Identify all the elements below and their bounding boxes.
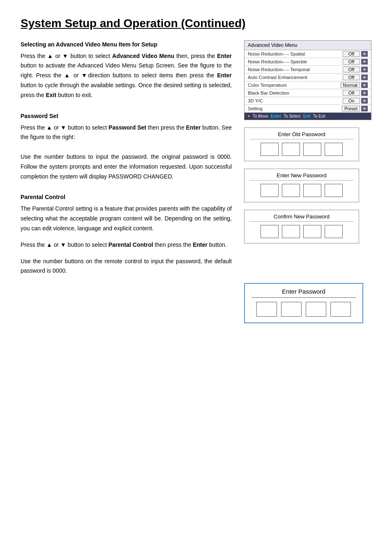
section-advanced-video: Selecting an Advanced Video Menu Item fo… <box>21 40 232 100</box>
video-menu-label: Noise Reduction– – Spatial <box>248 51 343 56</box>
video-menu-row: Setting Preset ➤ <box>244 105 371 113</box>
pw-field-3[interactable] <box>303 143 321 156</box>
video-menu-value: Off ➤ <box>343 51 368 57</box>
pw-field-3[interactable] <box>303 225 321 238</box>
video-menu-footer: ✦ To Move Enter To Select Exit To Exit <box>244 113 371 120</box>
advanced-video-body: Press the ▲ or ▼ button to select Advanc… <box>21 51 232 100</box>
enter-password-fields <box>251 302 356 317</box>
footer-exit-label: To Exit <box>313 114 325 118</box>
video-menu-value: Off ➤ <box>343 90 368 96</box>
video-menu-value: Normal ➤ <box>341 82 368 88</box>
confirm-new-password-box: Confirm New Password <box>244 210 359 243</box>
value-box: Off <box>343 90 360 96</box>
footer-enter-key: Enter <box>271 114 281 118</box>
enter-old-password-box: Enter Old Password <box>244 127 359 161</box>
video-menu-row: Black Bar Detection Off ➤ <box>244 89 371 97</box>
password-set-body: Press the ▲ or ▼ button to select Passwo… <box>21 123 232 182</box>
video-menu-label: Noise Reduction– – Temporal <box>248 67 343 72</box>
value-box: On <box>343 98 360 104</box>
arrow-icon: ➤ <box>361 90 368 96</box>
pw-field-2[interactable] <box>282 143 300 156</box>
video-menu-row: Color Temperature Normal ➤ <box>244 81 371 89</box>
arrow-icon: ➤ <box>361 51 368 57</box>
pw-field-3[interactable] <box>303 184 321 197</box>
video-menu-label: Black Bar Detection <box>248 90 343 95</box>
video-menu-value: On ➤ <box>343 98 368 104</box>
video-menu-title: Advanced Video Menu <box>244 41 371 50</box>
video-menu-label: 3D Y/C <box>248 98 343 103</box>
video-menu-value: Off ➤ <box>343 74 368 80</box>
pw-field-4[interactable] <box>325 143 343 156</box>
right-column: Advanced Video Menu Noise Reduction– – S… <box>244 40 371 323</box>
pw-field-1[interactable] <box>261 225 279 238</box>
enter-old-password-title: Enter Old Password <box>249 131 354 139</box>
video-menu-row: 3D Y/C On ➤ <box>244 97 371 105</box>
enter-password-title: Enter Password <box>251 288 356 298</box>
value-box: Off <box>343 59 360 65</box>
video-menu-label: Noise Reduction– – Speckle <box>248 59 343 64</box>
video-menu-value: Off ➤ <box>343 67 368 72</box>
parental-control-title: Parental Control <box>21 193 232 202</box>
left-column: Selecting an Advanced Video Menu Item fo… <box>21 40 232 288</box>
section-password-set: Password Set Press the ▲ or ▼ button to … <box>21 112 232 182</box>
pw-field-4[interactable] <box>325 184 343 197</box>
video-menu-row: Auto Contrast Enhancement Off ➤ <box>244 74 371 81</box>
ep-field-4[interactable] <box>330 302 351 317</box>
value-box: Normal <box>341 82 360 88</box>
video-menu-label: Color Temperature <box>248 83 341 88</box>
video-menu-row: Noise Reduction– – Spatial Off ➤ <box>244 50 371 58</box>
value-box: Off <box>343 67 360 72</box>
confirm-new-password-title: Confirm New Password <box>249 213 354 222</box>
section-parental-control: Parental Control The Parental Control se… <box>21 193 232 276</box>
video-menu-value: Off ➤ <box>343 59 368 65</box>
enter-new-password-title: Enter New Password <box>249 172 354 181</box>
footer-exit-key: Exit <box>303 114 311 118</box>
value-box: Off <box>343 51 360 57</box>
video-menu-row: Noise Reduction– – Speckle Off ➤ <box>244 58 371 66</box>
enter-old-password-fields <box>249 143 354 156</box>
ep-field-2[interactable] <box>281 302 302 317</box>
spacer <box>244 251 371 276</box>
pw-field-1[interactable] <box>261 184 279 197</box>
video-menu-label: Auto Contrast Enhancement <box>248 75 343 80</box>
arrow-icon: ➤ <box>361 59 368 65</box>
video-menu-value: Preset ➤ <box>342 106 368 111</box>
arrow-icon: ➤ <box>361 82 368 88</box>
footer-move-label: To Move <box>253 114 268 118</box>
enter-new-password-fields <box>249 184 354 197</box>
enter-password-box: Enter Password <box>244 283 363 323</box>
parental-control-body2: Press the ▲ or ▼ button to select Parent… <box>21 240 232 250</box>
password-set-title: Password Set <box>21 112 232 121</box>
pw-field-1[interactable] <box>261 143 279 156</box>
arrow-icon: ➤ <box>361 67 368 72</box>
parental-control-body1: The Parental Control setting is a featur… <box>21 204 232 233</box>
confirm-new-password-fields <box>249 225 354 238</box>
pw-field-4[interactable] <box>325 225 343 238</box>
footer-select-label: To Select <box>284 114 300 118</box>
ep-field-3[interactable] <box>306 302 326 317</box>
arrow-icon: ➤ <box>361 98 368 104</box>
pw-field-2[interactable] <box>282 184 300 197</box>
value-box: Preset <box>342 106 360 111</box>
enter-new-password-box: Enter New Password <box>244 169 359 202</box>
value-box: Off <box>343 74 360 80</box>
video-menu-row: Noise Reduction– – Temporal Off ➤ <box>244 66 371 74</box>
parental-control-body3: Use the number buttons on the remote con… <box>21 257 232 276</box>
pw-field-2[interactable] <box>282 225 300 238</box>
arrow-icon: ➤ <box>361 74 368 80</box>
ep-field-1[interactable] <box>256 302 277 317</box>
advanced-video-menu-box: Advanced Video Menu Noise Reduction– – S… <box>244 40 371 120</box>
move-icon: ✦ <box>247 114 250 118</box>
arrow-icon: ➤ <box>361 106 368 111</box>
advanced-video-title: Selecting an Advanced Video Menu Item fo… <box>21 40 232 49</box>
video-menu-label: Setting <box>248 106 342 111</box>
page-title: System Setup and Operation (Continued) <box>21 16 371 30</box>
